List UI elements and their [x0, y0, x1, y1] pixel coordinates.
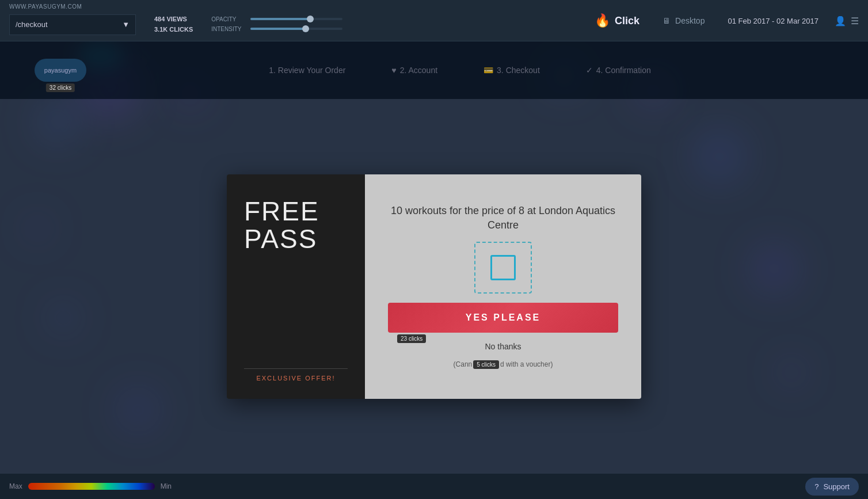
url-path-text: /checkout [16, 20, 48, 29]
step-4-label: 4. Confirmation [596, 66, 651, 75]
toolbar-extra-icons: 👤 ☰ [835, 16, 859, 26]
views-count: 484 VIEWS [154, 16, 187, 22]
bottom-bar: Max Min ? Support [0, 474, 868, 499]
step-3: 💳 3. Checkout [484, 66, 540, 75]
toolbar: WWW.PAYASUGYM.COM /checkout ▼ 484 VIEWS … [0, 0, 868, 41]
support-icon: ? [814, 482, 818, 491]
step-2: ♥ 2. Account [391, 66, 437, 75]
stats-block: 484 VIEWS 3.1K CLICKS [154, 14, 193, 35]
opacity-slider[interactable] [250, 18, 342, 20]
no-thanks-button[interactable]: No thanks [485, 342, 521, 351]
page-nav-bar: payasugym 32 clicks 1. Review Your Order… [0, 41, 868, 99]
exclusive-offer-label: EXCLUSIVE OFFER! [256, 375, 335, 382]
site-logo: payasugym 32 clicks [35, 59, 86, 82]
step-2-icon: ♥ [391, 66, 396, 75]
site-url-label: WWW.PAYASUGYM.COM [9, 3, 82, 10]
click-mode-label: Click [615, 15, 639, 27]
legend-color-bar [28, 483, 155, 490]
dropdown-arrow-icon: ▼ [122, 20, 130, 29]
opacity-label: OPACITY [211, 16, 246, 22]
monitor-icon: 🖥 [663, 16, 671, 25]
desktop-label: Desktop [675, 16, 705, 25]
free-pass-line1: FREE [244, 196, 319, 226]
modal-overlay: FREE PASS EXCLUSIVE OFFER! 10 workouts f… [0, 99, 868, 474]
qr-placeholder-box [474, 242, 532, 294]
modal-divider [244, 368, 348, 369]
qr-square-icon [490, 255, 516, 280]
checkout-steps: 1. Review Your Order ♥ 2. Account 💳 3. C… [86, 66, 833, 75]
step-4-icon: ✓ [586, 66, 593, 75]
slider-group: OPACITY INTENSITY [211, 16, 342, 32]
toolbar-right: 🔥 Click 🖥 Desktop 01 Feb 2017 - 02 Mar 2… [588, 0, 859, 41]
support-button[interactable]: ? Support [805, 478, 859, 496]
min-label: Min [161, 482, 172, 490]
menu-icon[interactable]: ☰ [851, 16, 859, 26]
desktop-mode-button[interactable]: 🖥 Desktop [656, 13, 711, 29]
step-1: 1. Review Your Order [269, 66, 345, 75]
heatmap-legend: Max Min [9, 482, 172, 490]
modal-heading: 10 workouts for the price of 8 at London… [388, 204, 618, 233]
cannot-combine-click-badge: 5 clicks [473, 360, 499, 369]
yes-please-label: YES PLEASE [466, 313, 540, 322]
free-pass-line2: PASS [244, 224, 317, 254]
yes-please-button[interactable]: YES PLEASE [388, 303, 618, 333]
user-icon[interactable]: 👤 [835, 16, 846, 26]
modal-right-panel: 10 workouts for the price of 8 at London… [365, 174, 641, 399]
step-2-label: 2. Account [400, 66, 437, 75]
date-range-picker[interactable]: 01 Feb 2017 - 02 Mar 2017 [721, 13, 825, 29]
cannot-combine-text: (Cann5 clicksd with a voucher) [454, 360, 553, 369]
upsell-modal: FREE PASS EXCLUSIVE OFFER! 10 workouts f… [227, 174, 641, 399]
yes-button-click-badge: 23 clicks [397, 334, 426, 343]
modal-left-panel: FREE PASS EXCLUSIVE OFFER! [227, 174, 365, 399]
click-mode-button[interactable]: 🔥 Click [588, 10, 646, 32]
step-4: ✓ 4. Confirmation [586, 66, 651, 75]
free-pass-title: FREE PASS [244, 197, 319, 253]
max-label: Max [9, 482, 22, 490]
url-dropdown[interactable]: /checkout ▼ [9, 14, 136, 35]
clicks-count: 3.1K CLICKS [154, 26, 193, 33]
flame-icon: 🔥 [595, 13, 610, 28]
step-3-icon: 💳 [484, 66, 493, 75]
cannot-combine-prefix: (Cann [454, 360, 473, 368]
logo-text: payasugym [44, 67, 77, 74]
step-3-label: 3. Checkout [497, 66, 540, 75]
opacity-row: OPACITY [211, 16, 342, 22]
logo-click-badge: 32 clicks [46, 83, 75, 92]
support-label: Support [823, 482, 850, 491]
intensity-row: INTENSITY [211, 26, 342, 32]
main-content: payasugym 32 clicks 1. Review Your Order… [0, 41, 868, 474]
cannot-combine-suffix: d with a voucher) [500, 360, 553, 368]
step-1-label: 1. Review Your Order [269, 66, 345, 75]
intensity-slider[interactable] [250, 28, 342, 30]
intensity-label: INTENSITY [211, 26, 246, 32]
